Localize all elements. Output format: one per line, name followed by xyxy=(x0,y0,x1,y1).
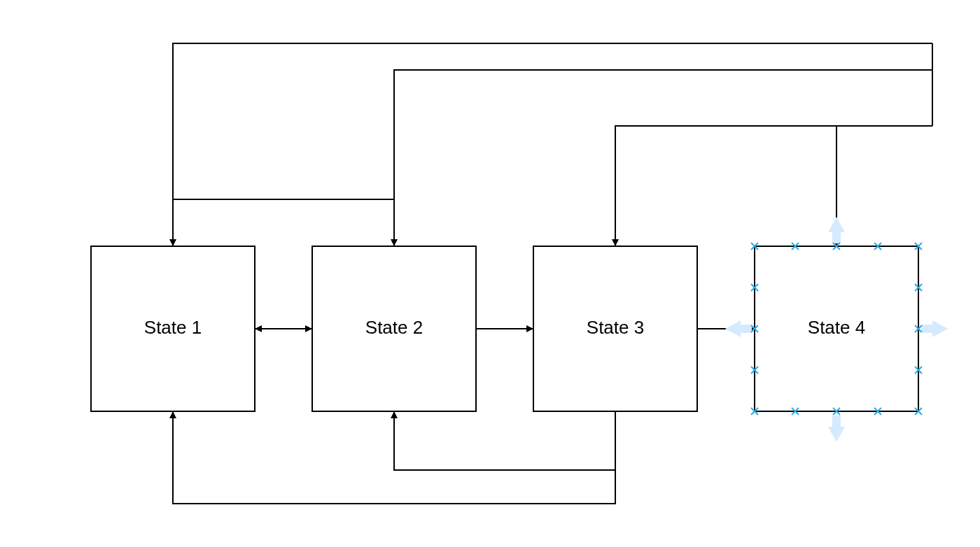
edge-top-to-state2[interactable] xyxy=(394,70,932,246)
node-state4[interactable]: State 4 xyxy=(725,217,948,442)
edge-top-to-state3[interactable] xyxy=(615,126,932,246)
node-state2[interactable]: State 2 xyxy=(312,246,476,411)
edge-top-to-state4[interactable] xyxy=(836,126,932,246)
edge-state3-to-state2-bottom[interactable] xyxy=(394,411,615,470)
node-state1[interactable]: State 1 xyxy=(91,246,255,411)
node-state3-label: State 3 xyxy=(587,317,644,338)
diagram-canvas[interactable]: State 1 State 2 State 3 State 4 xyxy=(0,0,980,547)
node-state1-label: State 1 xyxy=(144,317,202,338)
hint-arrow-left-icon xyxy=(725,320,752,337)
hint-arrow-right-icon xyxy=(921,320,948,337)
hint-arrow-down-icon xyxy=(828,415,845,442)
node-state3[interactable]: State 3 xyxy=(533,246,697,411)
node-state2-label: State 2 xyxy=(365,317,423,338)
node-state4-label: State 4 xyxy=(808,317,865,338)
hint-arrow-up-icon xyxy=(828,217,845,243)
edge-top-to-state1[interactable] xyxy=(173,43,932,246)
